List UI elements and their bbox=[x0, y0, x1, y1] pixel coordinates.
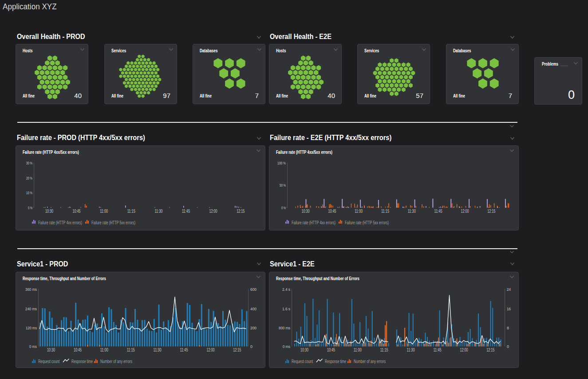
svg-text:12:00: 12:00 bbox=[206, 347, 214, 352]
svg-text:12:00: 12:00 bbox=[460, 347, 468, 352]
svg-text:600: 600 bbox=[250, 287, 257, 292]
svg-text:10:30: 10:30 bbox=[47, 347, 55, 352]
svg-text:Response time, Throughput and: Response time, Throughput and Number of … bbox=[276, 276, 359, 281]
svg-text:11:15: 11:15 bbox=[381, 208, 389, 214]
svg-text:12:00: 12:00 bbox=[209, 208, 217, 214]
svg-text:11:30: 11:30 bbox=[154, 347, 162, 352]
svg-text:50 %: 50 % bbox=[280, 183, 286, 188]
svg-text:12:15: 12:15 bbox=[487, 208, 495, 214]
svg-text:10:30: 10:30 bbox=[302, 208, 310, 214]
svg-text:120 ms: 120 ms bbox=[26, 325, 37, 330]
svg-text:11:15: 11:15 bbox=[127, 347, 135, 352]
svg-text:Failure rate (HTTP 4xx errors): Failure rate (HTTP 4xx errors) bbox=[38, 220, 82, 225]
svg-text:0 ms: 0 ms bbox=[29, 344, 37, 349]
svg-text:Number of any errors: Number of any errors bbox=[100, 359, 132, 364]
svg-text:16: 16 bbox=[507, 306, 511, 311]
svg-text:Failure rate (HTTP 5xx errors): Failure rate (HTTP 5xx errors) bbox=[345, 220, 389, 225]
svg-text:360 ms: 360 ms bbox=[25, 287, 37, 292]
svg-text:11:30: 11:30 bbox=[408, 208, 416, 214]
svg-text:400: 400 bbox=[250, 306, 257, 311]
svg-text:Response time: Response time bbox=[71, 359, 93, 364]
svg-text:Response time: Response time bbox=[325, 359, 346, 364]
svg-text:11:00: 11:00 bbox=[100, 208, 108, 214]
svg-text:30 %: 30 % bbox=[26, 160, 32, 165]
svg-text:11:15: 11:15 bbox=[127, 208, 135, 214]
svg-text:11:00: 11:00 bbox=[355, 208, 363, 214]
svg-text:0 ms: 0 ms bbox=[283, 344, 290, 349]
svg-text:12:00: 12:00 bbox=[461, 208, 469, 214]
svg-text:200: 200 bbox=[250, 325, 257, 330]
svg-text:20 %: 20 % bbox=[26, 176, 32, 180]
svg-text:11:45: 11:45 bbox=[434, 208, 442, 214]
svg-text:0 %: 0 % bbox=[28, 205, 32, 210]
svg-text:Failure rate (HTTP 4xx/5xx err: Failure rate (HTTP 4xx/5xx errors) bbox=[276, 149, 332, 155]
svg-text:11:45: 11:45 bbox=[180, 347, 188, 352]
svg-text:11:30: 11:30 bbox=[407, 347, 415, 352]
svg-text:0: 0 bbox=[250, 344, 253, 349]
svg-text:11:15: 11:15 bbox=[380, 347, 388, 352]
svg-text:1.6 s: 1.6 s bbox=[282, 306, 290, 311]
svg-text:0: 0 bbox=[507, 344, 509, 349]
svg-text:Number of any errors: Number of any errors bbox=[354, 359, 386, 364]
svg-text:Response time, Throughput and: Response time, Throughput and Number of … bbox=[23, 276, 106, 281]
svg-text:10:30: 10:30 bbox=[45, 208, 53, 214]
svg-text:11:30: 11:30 bbox=[154, 208, 162, 214]
svg-text:0 %: 0 % bbox=[281, 205, 286, 210]
svg-text:Request count: Request count bbox=[38, 359, 59, 364]
svg-text:12:15: 12:15 bbox=[237, 208, 245, 214]
svg-text:10:45: 10:45 bbox=[73, 208, 81, 214]
svg-text:12:15: 12:15 bbox=[233, 347, 241, 352]
svg-text:240 ms: 240 ms bbox=[25, 306, 37, 311]
svg-text:Failure rate (HTTP 5xx errors): Failure rate (HTTP 5xx errors) bbox=[91, 220, 135, 225]
svg-text:10 %: 10 % bbox=[26, 190, 32, 195]
svg-text:Failure rate (HTTP 4xx errors): Failure rate (HTTP 4xx errors) bbox=[292, 220, 335, 225]
svg-text:8: 8 bbox=[507, 325, 509, 330]
svg-text:800 ms: 800 ms bbox=[279, 325, 290, 330]
svg-text:Failure rate (HTTP 4xx/5xx err: Failure rate (HTTP 4xx/5xx errors) bbox=[23, 149, 79, 155]
svg-text:10:45: 10:45 bbox=[74, 347, 82, 352]
svg-text:Request count: Request count bbox=[292, 359, 313, 364]
svg-text:11:00: 11:00 bbox=[100, 347, 108, 352]
svg-text:12:15: 12:15 bbox=[486, 347, 494, 352]
svg-text:10:45: 10:45 bbox=[328, 208, 336, 214]
svg-text:10:45: 10:45 bbox=[327, 347, 335, 352]
svg-text:11:00: 11:00 bbox=[354, 347, 362, 352]
svg-text:11:45: 11:45 bbox=[182, 208, 190, 214]
svg-text:24: 24 bbox=[507, 287, 511, 292]
svg-text:2.4 s: 2.4 s bbox=[282, 287, 290, 292]
svg-text:100 %: 100 % bbox=[277, 160, 286, 165]
svg-text:11:45: 11:45 bbox=[434, 347, 442, 352]
svg-text:10:30: 10:30 bbox=[300, 347, 308, 352]
